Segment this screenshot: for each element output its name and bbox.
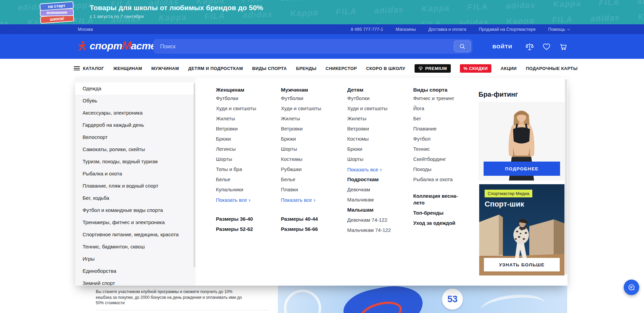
sidebar-category[interactable]: Футбол и командные виды спорта <box>75 204 196 216</box>
promo-banner[interactable]: FILA adidas Kappa FILA adidas Kappa FILA… <box>0 0 644 24</box>
sidebar-category[interactable]: Теннис, бадминтон, сквош <box>75 241 196 253</box>
men-show-all-link[interactable]: Показать все › <box>281 195 342 205</box>
sidebar-category[interactable]: Туризм, походы, водный туризм <box>75 155 196 168</box>
cart-button[interactable] <box>559 42 568 51</box>
nav-gift-cards[interactable]: ПОДАРОЧНЫЕ КАРТЫ <box>526 66 578 71</box>
category-link[interactable]: Девочкам 74-122 <box>347 215 408 225</box>
category-link[interactable]: Шорты <box>281 144 342 154</box>
column-men-title[interactable]: Мужчинам <box>281 87 308 93</box>
chat-button[interactable] <box>624 280 639 295</box>
category-link[interactable]: Костюмы <box>281 154 342 164</box>
category-link[interactable]: Ветровки <box>347 124 408 134</box>
category-link[interactable]: Йога <box>413 103 466 114</box>
category-link[interactable]: Брюки <box>347 144 408 154</box>
city-selector[interactable]: Москва <box>78 27 93 32</box>
column-women-title[interactable]: Женщинам <box>216 87 244 93</box>
utility-link[interactable]: Магазины <box>396 27 416 32</box>
help-menu[interactable]: Помощь <box>548 27 570 32</box>
utility-link[interactable]: Продавай на Спортмастере <box>479 27 536 32</box>
nav-sneakerstore[interactable]: СНИКЕРСТОР <box>326 66 357 71</box>
category-link[interactable]: Мальчикам <box>347 195 408 205</box>
sidebar-category[interactable]: Единоборства <box>75 265 196 277</box>
search-button[interactable] <box>454 41 471 52</box>
category-link[interactable]: Жилеты <box>281 114 342 124</box>
bra-fitting-button[interactable]: ПОДРОБНЕЕ <box>484 162 560 176</box>
size-link[interactable]: Размеры 52-62 <box>216 224 277 234</box>
nav-catalog[interactable]: КАТАЛОГ <box>74 66 104 71</box>
category-link[interactable]: Футболки <box>216 93 277 103</box>
sidebar-category[interactable]: Игры <box>75 253 196 265</box>
category-link[interactable]: Белье <box>281 174 342 185</box>
sidebar-scrollbar[interactable] <box>194 83 195 267</box>
sidebar-category[interactable]: Одежда <box>75 82 196 95</box>
category-link[interactable]: Бег <box>413 114 466 124</box>
category-link[interactable]: Брюки <box>216 134 277 144</box>
nav-kids[interactable]: ДЕТЯМ И ПОДРОСТКАМ <box>188 66 243 71</box>
sidebar-category[interactable]: Аксессуары, электроника <box>75 107 196 119</box>
category-link[interactable]: Фитнес и тренинг <box>413 93 466 103</box>
nav-discounts[interactable]: % СКИДКИ <box>460 64 492 73</box>
nav-brands[interactable]: БРЕНДЫ <box>296 66 316 71</box>
size-link[interactable]: Размеры 40-44 <box>281 214 342 224</box>
category-link[interactable]: Походы <box>413 164 466 174</box>
category-link[interactable]: Ветровки <box>281 124 342 134</box>
phone-link[interactable]: 8 495 777-777-1 <box>351 27 383 32</box>
sidebar-category[interactable]: Плавание, пляж и водный спорт <box>75 180 196 192</box>
column-kids-title[interactable]: Детям <box>347 87 363 93</box>
sidebar-category[interactable]: Самокаты, ролики, скейты <box>75 143 196 155</box>
category-link[interactable]: Ветровки <box>216 124 277 134</box>
category-link[interactable]: Мальчикам 74-122 <box>347 225 408 235</box>
babies-title[interactable]: Малышам <box>347 207 374 213</box>
menu-scrollbar[interactable] <box>565 79 567 274</box>
category-link[interactable]: Теннис <box>413 144 466 154</box>
category-link[interactable]: Белье <box>216 174 277 185</box>
nav-promotions[interactable]: АКЦИИ <box>501 66 517 71</box>
sidebar-category[interactable]: Гардероб на каждый день <box>75 119 196 131</box>
search-input[interactable] <box>153 43 454 50</box>
category-link[interactable]: Жилеты <box>216 114 277 124</box>
category-link[interactable]: Худи и свитшоты <box>281 103 342 114</box>
size-link[interactable]: Размеры 36-40 <box>216 214 277 224</box>
nav-sports[interactable]: ВИДЫ СПОРТА <box>252 66 287 71</box>
compare-button[interactable] <box>525 42 534 51</box>
category-link[interactable]: Шорты <box>347 154 408 164</box>
category-link[interactable]: Плавание <box>413 124 466 134</box>
media-button[interactable]: УЗНАТЬ БОЛЬШЕ <box>484 258 560 271</box>
login-button[interactable]: ВОЙТИ <box>492 44 512 49</box>
category-link[interactable]: Худи и свитшоты <box>216 103 277 114</box>
nav-women[interactable]: ЖЕНЩИНАМ <box>113 66 142 71</box>
logo[interactable]: спортМастер <box>76 40 162 52</box>
category-link[interactable]: Худи и свитшоты <box>347 103 408 114</box>
nav-premium[interactable]: PREMIUM <box>415 64 451 73</box>
featured-link[interactable]: Коллекция весна-лето <box>413 193 466 206</box>
category-link[interactable]: Рыбалка и охота <box>413 174 466 185</box>
category-link[interactable]: Купальники <box>216 185 277 195</box>
category-link[interactable]: Топы и бра <box>216 164 277 174</box>
column-sports-title[interactable]: Виды спорта <box>413 87 447 93</box>
nav-school[interactable]: СКОРО В ШКОЛУ <box>366 66 405 71</box>
search-bar[interactable] <box>153 39 472 54</box>
teens-title[interactable]: Подросткам <box>347 176 379 182</box>
utility-link[interactable]: Доставка и оплата <box>428 27 466 32</box>
category-link[interactable]: Плавки <box>281 185 342 195</box>
media-card[interactable]: Спортмастер Медиа Спорт-шик УЗНАТЬ БОЛЬШ… <box>479 184 564 275</box>
category-link[interactable]: Шорты <box>216 154 277 164</box>
category-link[interactable]: Футболки <box>347 93 408 103</box>
category-link[interactable]: Брюки <box>281 134 342 144</box>
category-link[interactable]: Рубашки <box>281 164 342 174</box>
sidebar-category[interactable]: Зимний спорт <box>75 277 196 286</box>
favorites-button[interactable] <box>542 42 551 51</box>
bra-fitting-banner[interactable]: ПОДРОБНЕЕ <box>479 102 564 180</box>
category-link[interactable]: Футболки <box>281 93 342 103</box>
category-link[interactable]: Легинсы <box>216 144 277 154</box>
category-link[interactable]: Костюмы <box>347 134 408 144</box>
sidebar-category[interactable]: Тренажеры, фитнес и электроника <box>75 216 196 228</box>
sidebar-category[interactable]: Велоспорт <box>75 131 196 143</box>
sidebar-category[interactable]: Спортивное питание, медицина, красота <box>75 228 196 241</box>
featured-link[interactable]: Уход за одеждой <box>413 220 466 226</box>
sidebar-category[interactable]: Рыбалка и охота <box>75 168 196 180</box>
kids-show-all-link[interactable]: Показать все › <box>347 164 408 174</box>
nav-men[interactable]: МУЖЧИНАМ <box>151 66 179 71</box>
featured-link[interactable]: Топ-бренды <box>413 210 466 216</box>
category-link[interactable]: Жилеты <box>347 114 408 124</box>
